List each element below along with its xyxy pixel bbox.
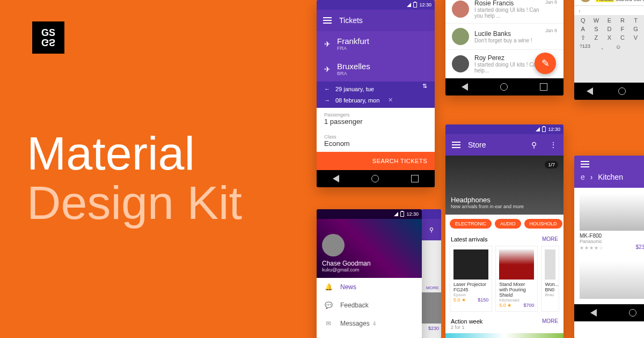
overflow-icon[interactable]: ⋮ — [550, 141, 557, 149]
brand-logo: GS GS — [32, 21, 64, 54]
chat-icon: 💬 — [324, 302, 333, 309]
avatar — [452, 1, 469, 18]
signal-icon — [407, 3, 411, 7]
clear-icon[interactable]: ✕ — [388, 97, 393, 104]
drawer-item-feedback[interactable]: 💬Feedback — [317, 296, 422, 314]
phone-tickets: 12:30 Tickets ✈ FrankfurtFRA ✈ Bruxelles… — [317, 0, 435, 187]
plane-icon: ✈ — [324, 40, 331, 48]
more-link[interactable]: MORE — [422, 283, 441, 292]
screen-title: Store — [468, 141, 524, 149]
product-card[interactable]: Won... BN0Brau — [541, 246, 559, 312]
drawer-item-messages[interactable]: ✉Messages4 — [317, 314, 422, 333]
contact-row[interactable]: Lucile BanksDon't forget buy a wine !Jan… — [445, 24, 564, 50]
breadcrumb-parent[interactable]: e — [581, 173, 585, 181]
search-icon[interactable]: ⚲ — [531, 141, 537, 149]
battery-icon — [413, 2, 417, 8]
avatar — [322, 234, 345, 256]
category-chip[interactable]: HOUSHOLD — [524, 219, 562, 229]
swap-icon[interactable]: ⇅ — [422, 83, 427, 90]
passengers-field[interactable]: Passengers 1 passenger — [317, 108, 435, 130]
recents-icon[interactable] — [411, 175, 419, 182]
avatar — [452, 55, 469, 72]
phone-sliver: ⚲ MORE $230 — [422, 209, 441, 338]
arrow-left-icon: ← — [324, 86, 330, 92]
appbar: Tickets — [317, 10, 435, 31]
plane-icon: ✈ — [324, 65, 331, 74]
home-icon[interactable] — [618, 87, 626, 95]
signal-icon — [394, 212, 398, 216]
section-title: Latest arrivals — [451, 236, 487, 243]
hero-banner[interactable]: 1/7 Headphones New arrivals from in-ear … — [445, 156, 564, 215]
back-icon[interactable] — [587, 87, 593, 95]
section-title: Action week — [451, 318, 482, 325]
price-tag: $230 — [422, 324, 441, 333]
arrow-right-icon: → — [324, 97, 330, 104]
drawer-item-news[interactable]: 🔔News — [317, 278, 422, 296]
menu-icon[interactable] — [452, 142, 460, 148]
screen-title: Tickets — [339, 16, 363, 25]
android-navbar — [574, 83, 644, 100]
phone-chat: ...was the second Adi Olivia HeldensAdid… — [574, 0, 644, 100]
menu-icon[interactable] — [581, 161, 589, 167]
mail-icon: ✉ — [324, 320, 333, 327]
avatar — [452, 28, 469, 45]
more-link[interactable]: MORE — [542, 318, 558, 330]
battery-icon — [400, 211, 404, 217]
pencil-icon: ✎ — [541, 57, 550, 69]
back-icon[interactable] — [333, 175, 339, 182]
product-card[interactable]: Stand Mixer with Pouring ShieldKitchenai… — [495, 246, 538, 312]
return-date[interactable]: →08 february, mon✕ — [324, 97, 427, 104]
hero-title: Material Design Kit — [27, 129, 242, 228]
search-tickets-button[interactable]: SEARCH TICKETS — [317, 152, 435, 170]
home-icon[interactable] — [371, 175, 379, 182]
breadcrumb — [574, 156, 644, 173]
hero-line1: Material — [27, 127, 195, 180]
chevron-right-icon: › — [590, 173, 593, 181]
rating-stars: ★★★★☆ — [580, 245, 604, 251]
contact-row[interactable]: Rosie FrancisI started doing UI kits ! C… — [445, 0, 564, 24]
breadcrumb-current: Kitchen — [598, 173, 623, 181]
bell-icon: 🔔 — [324, 283, 333, 291]
compose-fab[interactable]: ✎ — [535, 53, 556, 74]
category-chip[interactable]: ELECTRONIC — [450, 219, 492, 229]
class-field[interactable]: Class Econom — [317, 130, 435, 152]
to-row[interactable]: ✈ BruxellesBRA — [317, 56, 435, 82]
category-chip[interactable]: AUDIO — [495, 219, 521, 229]
more-link[interactable]: MORE — [542, 236, 558, 243]
home-icon[interactable] — [500, 83, 508, 91]
drawer-header: Chase Goodman kuku@gmail.com — [317, 219, 422, 278]
chat-input[interactable]: › — [574, 5, 644, 15]
product-card[interactable]: Laser Projector FG245Epson5.0 ★$150 — [450, 246, 492, 312]
keyboard[interactable]: QWERTYU ASDFGHJ ⇧ZXCVBN ?123,☺ — [574, 15, 644, 83]
android-navbar — [574, 304, 644, 321]
phone-kitchen: e › Kitchen MK-F800Panasonic★★★★☆$230 CJ… — [574, 156, 644, 338]
search-icon[interactable]: ⚲ — [422, 219, 441, 240]
pager-badge: 1/7 — [545, 161, 558, 168]
from-row[interactable]: ✈ FrankfurtFRA — [317, 31, 435, 56]
recents-icon[interactable] — [540, 83, 547, 91]
phone-store: 12:30 Store⚲⋮ 1/7 Headphones New arrival… — [445, 124, 564, 338]
phone-contacts: I started doing UI kits ! Can you help .… — [445, 0, 564, 95]
product-card[interactable] — [580, 261, 644, 299]
depart-date[interactable]: ←29 january, tue — [324, 86, 427, 92]
signal-icon — [536, 127, 540, 131]
menu-icon[interactable] — [323, 17, 332, 24]
avatar — [580, 0, 591, 2]
back-icon[interactable] — [590, 309, 597, 317]
hero-line2: Design Kit — [27, 176, 242, 229]
chevron-right-icon: › — [579, 8, 581, 14]
message-row: Olivia HeldensAdidas started out as a — [574, 0, 644, 5]
product-card[interactable]: MK-F800Panasonic★★★★☆$230 — [580, 193, 644, 251]
android-navbar — [317, 170, 435, 187]
home-icon[interactable] — [629, 309, 636, 317]
back-icon[interactable] — [462, 83, 468, 91]
android-navbar — [445, 78, 564, 95]
phone-drawer: 12:30 Chase Goodman kuku@gmail.com 🔔News… — [317, 209, 422, 338]
battery-icon — [542, 127, 546, 132]
drawer-item-friends[interactable]: 👥Friends970 — [317, 333, 422, 338]
